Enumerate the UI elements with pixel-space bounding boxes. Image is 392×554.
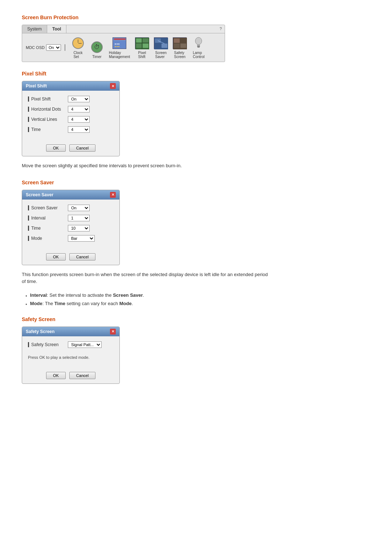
svg-rect-20: [174, 44, 180, 48]
toolbar-body: MDC OSD On Off ClockSet Timer: [22, 33, 225, 62]
screen-saver-select-4[interactable]: BarFadeAll White: [68, 235, 95, 242]
pixel-shift-footer: OK Cancel: [22, 141, 119, 156]
safety-screen-cancel-button[interactable]: Cancel: [69, 372, 95, 379]
svg-rect-18: [174, 38, 180, 43]
safety-screen-dialog: Safety Screen ✕ Safety Screen Signal Pat…: [22, 327, 120, 384]
help-icon[interactable]: ?: [217, 25, 225, 33]
svg-rect-15: [155, 44, 161, 48]
svg-rect-21: [180, 44, 186, 48]
bullet-text-mode: Mode: The Time setting can vary for each…: [30, 301, 133, 306]
safety-screen-icon: [173, 37, 187, 49]
clock-icon: [72, 37, 84, 49]
screen-saver-icon: [154, 37, 168, 49]
tab-tool[interactable]: Tool: [47, 25, 66, 33]
screen-saver-cancel-button[interactable]: Cancel: [69, 253, 95, 260]
pixel-shift-icon: [135, 37, 149, 49]
safety-screen-note-area: Press OK to play a selected mode.: [28, 352, 114, 364]
tab-system[interactable]: System: [22, 25, 47, 33]
pixel-shift-label: PixelShift: [138, 51, 146, 59]
pixel-shift-row-1: Pixel Shift On Off: [28, 96, 114, 102]
svg-rect-24: [197, 46, 200, 47]
screen-saver-row-3: Time 102030: [28, 225, 114, 231]
safety-screen-row-1: Safety Screen Signal Patt... Bar Fade: [28, 341, 114, 348]
bullet-item-mode: ● Mode: The Time setting can vary for ea…: [25, 301, 370, 306]
mdc-osd-control: MDC OSD On Off: [26, 44, 65, 51]
pixel-shift-dialog-titlebar: Pixel Shift ✕: [22, 81, 119, 91]
safety-screen-select-1[interactable]: Signal Patt... Bar Fade: [68, 341, 102, 348]
pixel-shift-ok-button[interactable]: OK: [46, 144, 66, 152]
safety-screen-note: Press OK to play a selected mode.: [28, 354, 114, 362]
safety-screen-close-button[interactable]: ✕: [110, 329, 116, 335]
svg-rect-6: [136, 38, 142, 43]
toolbar-panel: System Tool ? MDC OSD On Off ClockSet: [22, 25, 225, 62]
screen-saver-select-3[interactable]: 102030: [68, 225, 90, 231]
svg-rect-8: [136, 44, 142, 48]
pixel-shift-icon-box: [135, 36, 149, 50]
bullet-dot-1: ●: [25, 294, 27, 297]
screen-saver-label-1: Screen Saver: [28, 205, 68, 210]
safety-screen-dialog-body: Safety Screen Signal Patt... Bar Fade Pr…: [22, 336, 119, 369]
lamp-control-label: LampControl: [193, 51, 204, 59]
screen-saver-select-1[interactable]: OnOff: [68, 205, 90, 211]
holiday-icon-box-wrap: ■ ■ ■ ■ ■ ■: [113, 36, 126, 50]
timer-icon: [91, 41, 103, 53]
page-title: Screen Burn Protection: [22, 15, 370, 20]
timer-icon-box: [90, 40, 104, 54]
holiday-icon: ■ ■ ■ ■ ■ ■: [113, 37, 126, 49]
lamp-control-icon-box: [192, 36, 205, 50]
toolbar-item-pixel-shift[interactable]: PixelShift: [135, 36, 149, 59]
screen-saver-label-4: Mode: [28, 236, 68, 241]
pixel-shift-label-4: Time: [28, 127, 68, 132]
pixel-shift-label-1: Pixel Shift: [28, 97, 68, 102]
pixel-shift-close-button[interactable]: ✕: [110, 83, 116, 89]
screen-saver-label-2: Interval: [28, 216, 68, 221]
toolbar-item-holiday[interactable]: ■ ■ ■ ■ ■ ■ HolidayManagement: [109, 36, 130, 59]
bullet-text-interval: Interval: Set the interval to activate t…: [30, 292, 144, 298]
toolbar-item-screen-saver[interactable]: ScreenSaver: [154, 36, 168, 59]
svg-rect-23: [197, 44, 200, 46]
screen-saver-row-1: Screen Saver OnOff: [28, 205, 114, 211]
pixel-shift-row-2: Horizontal Dots 4812: [28, 106, 114, 112]
pixel-shift-select-3[interactable]: 4812: [68, 116, 90, 123]
screen-saver-ok-button[interactable]: OK: [46, 253, 66, 260]
svg-rect-7: [143, 38, 148, 43]
mdc-osd-label: MDC OSD: [26, 45, 45, 50]
pixel-shift-label-3: Vertical Lines: [28, 117, 68, 122]
toolbar-item-timer[interactable]: Timer: [90, 40, 104, 59]
toolbar-item-lamp-control[interactable]: LampControl: [192, 36, 205, 59]
svg-rect-9: [143, 44, 148, 48]
pixel-shift-select-1[interactable]: On Off: [68, 96, 90, 102]
pixel-shift-cancel-button[interactable]: Cancel: [69, 144, 95, 152]
svg-text:■ ■ ■: ■ ■ ■: [115, 43, 120, 45]
mdc-osd-select[interactable]: On Off: [46, 44, 61, 51]
screen-saver-close-button[interactable]: ✕: [110, 192, 116, 198]
holiday-label: HolidayManagement: [109, 51, 130, 59]
safety-screen-ok-button[interactable]: OK: [46, 372, 66, 379]
clock-set-icon-box: [71, 36, 85, 50]
screen-saver-footer: OK Cancel: [22, 250, 119, 265]
screen-saver-dialog-title: Screen Saver: [26, 192, 53, 197]
screen-saver-dialog-titlebar: Screen Saver ✕: [22, 190, 119, 200]
pixel-shift-row-4: Time 4812: [28, 126, 114, 133]
screen-saver-bullets: ● Interval: Set the interval to activate…: [22, 292, 370, 306]
toolbar-item-safety-screen[interactable]: SafetyScreen: [173, 36, 187, 59]
safety-screen-footer: OK Cancel: [22, 369, 119, 383]
safety-screen-section-title: Safety Screen: [22, 316, 370, 322]
screen-saver-dialog: Screen Saver ✕ Screen Saver OnOff Interv…: [22, 190, 120, 265]
pixel-shift-select-2[interactable]: 4812: [68, 106, 90, 112]
svg-rect-1: [114, 38, 126, 40]
safety-screen-dialog-title: Safety Screen: [26, 329, 54, 334]
pixel-shift-section-title: Pixel Shift: [22, 71, 370, 77]
safety-screen-label: SafetyScreen: [174, 51, 185, 59]
toolbar-items: ClockSet Timer ■ ■ ■: [71, 36, 205, 59]
svg-point-22: [195, 37, 202, 45]
pixel-shift-select-4[interactable]: 4812: [68, 126, 90, 133]
screen-saver-label: ScreenSaver: [155, 51, 167, 59]
pixel-shift-description: Move the screen slightly at specified ti…: [22, 162, 269, 169]
screen-saver-select-2[interactable]: 125: [68, 215, 90, 221]
svg-rect-19: [180, 38, 186, 43]
safety-screen-icon-box: [173, 36, 187, 50]
safety-screen-section: Safety Screen Safety Screen ✕ Safety Scr…: [22, 316, 370, 384]
toolbar-item-clock-set[interactable]: ClockSet: [71, 36, 85, 59]
toolbar-tabs: System Tool ?: [22, 25, 225, 33]
